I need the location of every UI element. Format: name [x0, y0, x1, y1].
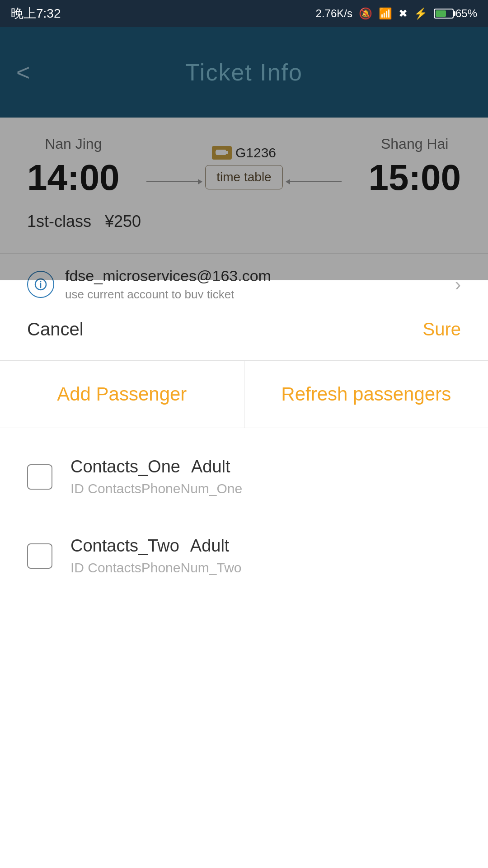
- passenger-item-2: Contacts_Two Adult ID ContactsPhoneNum_T…: [0, 516, 488, 595]
- passenger-type-1: Adult: [191, 457, 230, 476]
- passenger-name-row-1: Contacts_One Adult: [70, 457, 242, 476]
- passenger-checkbox-2[interactable]: [27, 543, 52, 569]
- passenger-actions: Add Passenger Refresh passengers: [0, 361, 488, 428]
- status-bar: 晚上7:32 2.76K/s 🔕 📶 ✖ ⚡ 65%: [0, 0, 488, 27]
- passenger-name-1: Contacts_One: [70, 457, 180, 476]
- wifi-icon: 📶: [379, 7, 392, 20]
- passenger-id-1: ID ContactsPhoneNum_One: [70, 481, 242, 496]
- passenger-list: Contacts_One Adult ID ContactsPhoneNum_O…: [0, 428, 488, 604]
- passenger-checkbox-1[interactable]: [27, 464, 52, 490]
- passenger-id-2: ID ContactsPhoneNum_Two: [70, 560, 242, 576]
- network-speed: 2.76K/s: [316, 7, 352, 20]
- passenger-type-2: Adult: [190, 536, 230, 556]
- status-time: 晚上7:32: [11, 5, 61, 22]
- sim-icon: ✖: [399, 7, 408, 20]
- cancel-button[interactable]: Cancel: [27, 319, 84, 340]
- bolt-icon: ⚡: [414, 7, 427, 20]
- battery-indicator: 65%: [434, 7, 477, 20]
- battery-fill: [436, 10, 446, 17]
- add-passenger-button[interactable]: Add Passenger: [0, 361, 244, 428]
- status-right: 2.76K/s 🔕 📶 ✖ ⚡ 65%: [316, 7, 477, 20]
- action-bar: Cancel Sure: [0, 298, 488, 361]
- mute-icon: 🔕: [359, 7, 372, 20]
- bottom-sheet: Cancel Sure Add Passenger Refresh passen…: [0, 298, 488, 868]
- battery-bar: [434, 9, 454, 19]
- passenger-name-2: Contacts_Two: [70, 536, 179, 556]
- passenger-info-2: Contacts_Two Adult ID ContactsPhoneNum_T…: [70, 536, 242, 576]
- refresh-passengers-button[interactable]: Refresh passengers: [244, 361, 488, 428]
- battery-percent: 65%: [455, 7, 477, 20]
- sure-button[interactable]: Sure: [423, 319, 461, 340]
- passenger-name-row-2: Contacts_Two Adult: [70, 536, 242, 556]
- background-overlay: [0, 27, 488, 280]
- passenger-info-1: Contacts_One Adult ID ContactsPhoneNum_O…: [70, 457, 242, 496]
- passenger-item-1: Contacts_One Adult ID ContactsPhoneNum_O…: [0, 437, 488, 516]
- svg-point-5: [40, 281, 42, 283]
